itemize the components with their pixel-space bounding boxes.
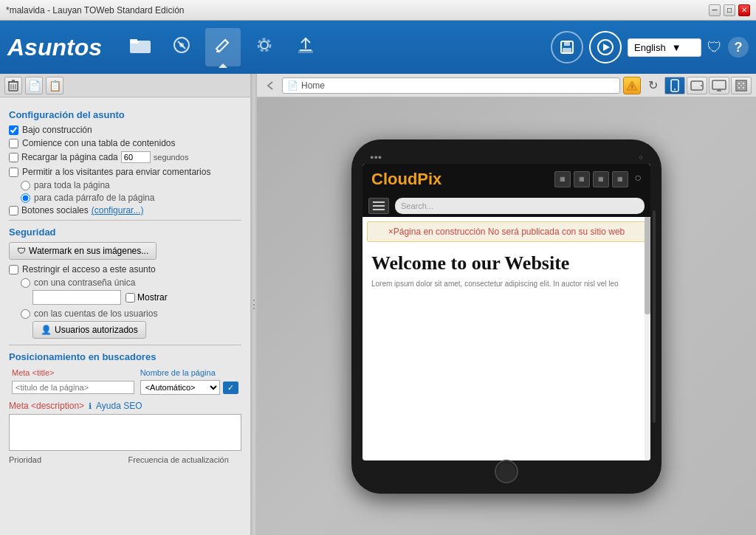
svg-text:!: ! — [631, 83, 633, 90]
fullscreen-view-button[interactable] — [731, 77, 752, 94]
security-section-header: Seguridad — [9, 227, 241, 238]
toolbar-pencil-button[interactable] — [205, 28, 241, 66]
password-field[interactable] — [32, 290, 121, 305]
hamburger-button[interactable] — [368, 198, 389, 214]
radio-each-paragraph-row: para cada párrafo de la página — [21, 193, 241, 203]
toolbar-bucket-button[interactable] — [164, 28, 199, 66]
svg-point-6 — [261, 41, 268, 49]
watermark-button[interactable]: 🛡 Watermark en sus imágenes... — [9, 242, 157, 260]
seo-confirm-button[interactable]: ✓ — [223, 382, 238, 394]
authorized-users-button[interactable]: 👤 Usuarios autorizados — [32, 321, 146, 339]
seo-section-header: Posicionamiento en buscadores — [9, 351, 241, 362]
website-scrollbar[interactable] — [645, 217, 650, 460]
svg-rect-11 — [563, 48, 571, 53]
social-buttons-checkbox[interactable] — [9, 206, 18, 215]
toolbar-upload-button[interactable] — [288, 28, 323, 66]
shield-button[interactable]: 🛡 — [707, 39, 722, 56]
meta-title-input[interactable] — [12, 381, 134, 394]
toolbar-folder-button[interactable] — [123, 28, 158, 66]
meta-description-label: Meta <description> — [9, 401, 84, 411]
help-button[interactable]: ? — [728, 37, 749, 58]
show-password-row: Mostrar — [126, 292, 168, 303]
password-option-row: con una contraseña única — [21, 277, 241, 288]
close-button[interactable]: ✕ — [738, 4, 750, 16]
save-button[interactable] — [551, 31, 583, 63]
restrict-access-checkbox[interactable] — [9, 265, 18, 275]
page-name-dropdown[interactable]: <Automático> — [140, 380, 220, 395]
desktop-view-button[interactable] — [709, 77, 729, 94]
reload-page-checkbox[interactable] — [9, 153, 18, 162]
seo-col2-header: Nombre de la página — [137, 367, 241, 379]
website-header: CloudPix ▦ ▦ ▦ ▦ ○ — [362, 164, 650, 195]
folder-icon — [130, 37, 151, 58]
svg-rect-24 — [712, 80, 726, 89]
allow-comments-label: Permitir a los visitantes para enviar co… — [22, 167, 210, 177]
svg-point-4 — [179, 43, 184, 47]
app-title: Asuntos — [7, 34, 102, 61]
table-of-contents-checkbox[interactable] — [9, 139, 18, 148]
tablet-view-button[interactable] — [687, 77, 707, 94]
seo-help-link[interactable]: Ayuda SEO — [96, 401, 142, 411]
password-radio[interactable] — [21, 278, 30, 288]
site-logo: CloudPix — [371, 170, 441, 189]
show-password-checkbox[interactable] — [126, 293, 135, 303]
seo-col1-header: Meta <title> — [9, 367, 137, 379]
allow-comments-row: Permitir a los visitantes para enviar co… — [9, 167, 241, 177]
scrollbar-thumb — [645, 217, 650, 314]
svg-rect-29 — [742, 82, 745, 85]
under-construction-banner: ×Página en construcción No será publicad… — [367, 221, 646, 242]
each-paragraph-radio[interactable] — [21, 193, 30, 203]
upload-icon — [296, 35, 315, 59]
home-button[interactable] — [495, 460, 518, 483]
shield-small-icon: 🛡 — [17, 246, 26, 256]
right-panel: 📄 Home ! ↻ — [257, 74, 756, 535]
social-icon-4: ▦ — [612, 171, 628, 187]
each-paragraph-label: para cada párrafo de la página — [34, 193, 154, 203]
users-accounts-row: con las cuentas de los usuarios — [21, 308, 241, 319]
trash-button[interactable] — [4, 77, 22, 94]
social-icon-3: ▦ — [593, 171, 609, 187]
under-construction-text: ×Página en construcción No será publicad… — [388, 227, 625, 237]
users-accounts-radio[interactable] — [21, 309, 30, 319]
toolbar-gear-button[interactable] — [247, 28, 282, 66]
warning-button[interactable]: ! — [623, 77, 641, 94]
under-construction-checkbox[interactable] — [9, 125, 18, 135]
restrict-access-label: Restringir el acceso a este asunto — [22, 264, 156, 275]
new-page-button[interactable]: 📄 — [25, 77, 43, 94]
meta-description-textarea[interactable] — [9, 414, 241, 451]
refresh-button[interactable]: ↻ — [644, 77, 662, 94]
phone-side-scroll — [653, 210, 656, 423]
toolbar-right: English ▼ 🛡 ? — [551, 31, 749, 63]
authorized-users-label: Usuarios autorizados — [55, 325, 138, 335]
view-buttons — [664, 77, 752, 94]
language-label: English — [634, 42, 666, 53]
seconds-label: segundos — [154, 153, 189, 162]
restore-button[interactable]: □ — [724, 4, 735, 16]
language-selector[interactable]: English ▼ — [628, 38, 701, 57]
pencil-icon — [214, 36, 232, 58]
mobile-view-button[interactable] — [664, 77, 685, 94]
vertical-splitter[interactable] — [251, 74, 257, 535]
window-title: *malavida - Lauyan TOWeb Standard Edició… — [6, 5, 184, 15]
social-icon-1: ▦ — [554, 171, 571, 187]
minimize-button[interactable]: ─ — [709, 4, 721, 16]
table-of-contents-label: Comience con una tabla de contenidos — [22, 138, 175, 148]
play-button[interactable] — [589, 31, 622, 63]
logo-text: Cloud — [371, 170, 417, 188]
users-icon: 👤 — [41, 325, 52, 335]
welcome-heading: Welcome to our Website — [371, 252, 642, 275]
configure-link[interactable]: (configurar...) — [92, 205, 144, 215]
dropdown-arrow-icon: ▼ — [672, 42, 681, 53]
allow-comments-checkbox[interactable] — [9, 168, 18, 177]
left-panel-toolbar: 📄 📋 — [0, 74, 250, 97]
phone-bottom — [362, 460, 650, 483]
whole-page-radio[interactable] — [21, 181, 30, 190]
duplicate-page-button[interactable]: 📋 — [46, 77, 63, 94]
back-button[interactable] — [261, 77, 279, 94]
phone-screen: CloudPix ▦ ▦ ▦ ▦ ○ — [362, 164, 650, 460]
info-icon: ℹ — [89, 401, 92, 411]
social-buttons-row: Botones sociales (configurar...) — [9, 205, 241, 215]
current-page-label: Home — [301, 80, 325, 91]
password-option-label: con una contraseña única — [34, 277, 135, 288]
reload-seconds-input[interactable] — [121, 151, 151, 163]
